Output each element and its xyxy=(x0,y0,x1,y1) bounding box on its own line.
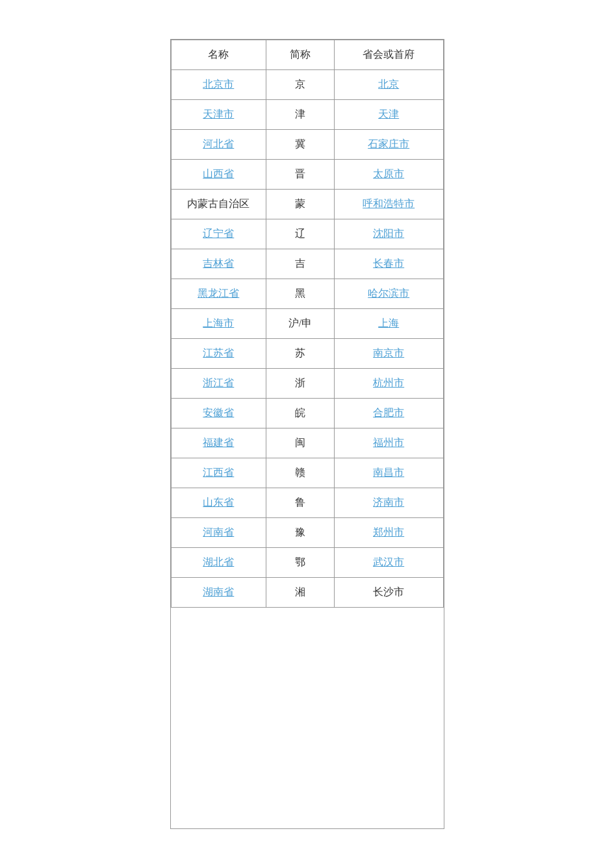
cell-capital[interactable]: 杭州市 xyxy=(334,369,443,399)
table-row: 江苏省苏南京市 xyxy=(171,339,443,369)
cell-capital[interactable]: 南京市 xyxy=(334,339,443,369)
cell-abbr: 湘 xyxy=(266,578,335,608)
province-name-link[interactable]: 安徽省 xyxy=(203,407,234,418)
cell-name[interactable]: 山东省 xyxy=(171,488,266,518)
province-name-link[interactable]: 福建省 xyxy=(203,437,234,448)
province-name-link[interactable]: 浙江省 xyxy=(203,377,234,388)
cell-name[interactable]: 河南省 xyxy=(171,518,266,548)
cell-capital[interactable]: 哈尔滨市 xyxy=(334,279,443,309)
cell-name[interactable]: 湖南省 xyxy=(171,578,266,608)
province-name-link[interactable]: 山东省 xyxy=(203,497,234,508)
table-row: 河北省冀石家庄市 xyxy=(171,130,443,160)
table-row: 安徽省皖合肥市 xyxy=(171,399,443,428)
table-header-row: 名称 简称 省会或首府 xyxy=(171,40,443,70)
cell-name[interactable]: 辽宁省 xyxy=(171,219,266,249)
table-row: 福建省闽福州市 xyxy=(171,428,443,458)
capital-link[interactable]: 武汉市 xyxy=(373,556,404,567)
capital-link[interactable]: 合肥市 xyxy=(373,407,404,418)
table-row: 黑龙江省黑哈尔滨市 xyxy=(171,279,443,309)
province-name-link[interactable]: 天津市 xyxy=(203,108,234,119)
cell-abbr: 沪/申 xyxy=(266,309,335,339)
cell-capital[interactable]: 武汉市 xyxy=(334,548,443,578)
cell-abbr: 京 xyxy=(266,70,335,100)
cell-abbr: 晋 xyxy=(266,160,335,190)
cell-capital[interactable]: 合肥市 xyxy=(334,399,443,428)
cell-capital[interactable]: 太原市 xyxy=(334,160,443,190)
cell-name[interactable]: 吉林省 xyxy=(171,249,266,279)
cell-capital[interactable]: 北京 xyxy=(334,70,443,100)
table-row: 上海市沪/申上海 xyxy=(171,309,443,339)
cell-capital[interactable]: 石家庄市 xyxy=(334,130,443,160)
cell-name[interactable]: 福建省 xyxy=(171,428,266,458)
table-row: 内蒙古自治区蒙呼和浩特市 xyxy=(171,190,443,219)
table-row: 浙江省浙杭州市 xyxy=(171,369,443,399)
capital-link[interactable]: 石家庄市 xyxy=(368,138,409,149)
main-table-wrapper: 名称 简称 省会或首府 北京市京北京天津市津天津河北省冀石家庄市山西省晋太原市内… xyxy=(170,39,444,829)
capital-link[interactable]: 杭州市 xyxy=(373,377,404,388)
province-name-link[interactable]: 湖南省 xyxy=(203,586,234,597)
cell-capital[interactable]: 南昌市 xyxy=(334,458,443,488)
capital-link[interactable]: 郑州市 xyxy=(373,527,404,538)
capital-link[interactable]: 沈阳市 xyxy=(373,228,404,239)
cell-capital[interactable]: 济南市 xyxy=(334,488,443,518)
cell-name[interactable]: 北京市 xyxy=(171,70,266,100)
cell-name[interactable]: 江西省 xyxy=(171,458,266,488)
table-row: 河南省豫郑州市 xyxy=(171,518,443,548)
cell-name[interactable]: 山西省 xyxy=(171,160,266,190)
capital-link[interactable]: 呼和浩特市 xyxy=(363,198,415,209)
cell-capital[interactable]: 天津 xyxy=(334,100,443,130)
province-name-link[interactable]: 湖北省 xyxy=(203,556,234,567)
capital-link[interactable]: 太原市 xyxy=(373,168,404,179)
cell-name[interactable]: 浙江省 xyxy=(171,369,266,399)
capital-link[interactable]: 南京市 xyxy=(373,347,404,358)
province-name-link[interactable]: 江苏省 xyxy=(203,347,234,358)
table-row: 北京市京北京 xyxy=(171,70,443,100)
header-name: 名称 xyxy=(171,40,266,70)
cell-capital[interactable]: 上海 xyxy=(334,309,443,339)
cell-name[interactable]: 江苏省 xyxy=(171,339,266,369)
cell-capital[interactable]: 郑州市 xyxy=(334,518,443,548)
cell-abbr: 鄂 xyxy=(266,548,335,578)
province-name-link[interactable]: 山西省 xyxy=(203,168,234,179)
table-row: 江西省赣南昌市 xyxy=(171,458,443,488)
province-name-link[interactable]: 上海市 xyxy=(203,317,234,329)
table-row: 吉林省吉长春市 xyxy=(171,249,443,279)
header-abbr: 简称 xyxy=(266,40,335,70)
cell-name[interactable]: 河北省 xyxy=(171,130,266,160)
cell-name[interactable]: 上海市 xyxy=(171,309,266,339)
cell-capital: 长沙市 xyxy=(334,578,443,608)
capital-link[interactable]: 天津 xyxy=(378,108,399,119)
cell-capital[interactable]: 长春市 xyxy=(334,249,443,279)
province-name-link[interactable]: 辽宁省 xyxy=(203,228,234,239)
cell-capital[interactable]: 呼和浩特市 xyxy=(334,190,443,219)
cell-name[interactable]: 安徽省 xyxy=(171,399,266,428)
cell-abbr: 浙 xyxy=(266,369,335,399)
cell-name: 内蒙古自治区 xyxy=(171,190,266,219)
cell-abbr: 冀 xyxy=(266,130,335,160)
cell-abbr: 苏 xyxy=(266,339,335,369)
province-name-link[interactable]: 河北省 xyxy=(203,138,234,149)
capital-link[interactable]: 长春市 xyxy=(373,258,404,269)
cell-capital[interactable]: 福州市 xyxy=(334,428,443,458)
province-name-link[interactable]: 江西省 xyxy=(203,467,234,478)
cell-abbr: 黑 xyxy=(266,279,335,309)
province-name-link[interactable]: 河南省 xyxy=(203,527,234,538)
cell-abbr: 赣 xyxy=(266,458,335,488)
table-row: 山东省鲁济南市 xyxy=(171,488,443,518)
province-name-link[interactable]: 吉林省 xyxy=(203,258,234,269)
capital-link[interactable]: 北京 xyxy=(378,79,399,90)
capital-link[interactable]: 南昌市 xyxy=(373,467,404,478)
capital-link[interactable]: 上海 xyxy=(378,317,399,329)
cell-capital[interactable]: 沈阳市 xyxy=(334,219,443,249)
cell-name[interactable]: 天津市 xyxy=(171,100,266,130)
cell-abbr: 鲁 xyxy=(266,488,335,518)
province-name-link[interactable]: 北京市 xyxy=(203,79,234,90)
cell-name[interactable]: 黑龙江省 xyxy=(171,279,266,309)
header-capital: 省会或首府 xyxy=(334,40,443,70)
cell-name[interactable]: 湖北省 xyxy=(171,548,266,578)
capital-link[interactable]: 福州市 xyxy=(373,437,404,448)
table-row: 湖北省鄂武汉市 xyxy=(171,548,443,578)
capital-link[interactable]: 济南市 xyxy=(373,497,404,508)
capital-link[interactable]: 哈尔滨市 xyxy=(368,288,409,299)
province-name-link[interactable]: 黑龙江省 xyxy=(198,288,239,299)
